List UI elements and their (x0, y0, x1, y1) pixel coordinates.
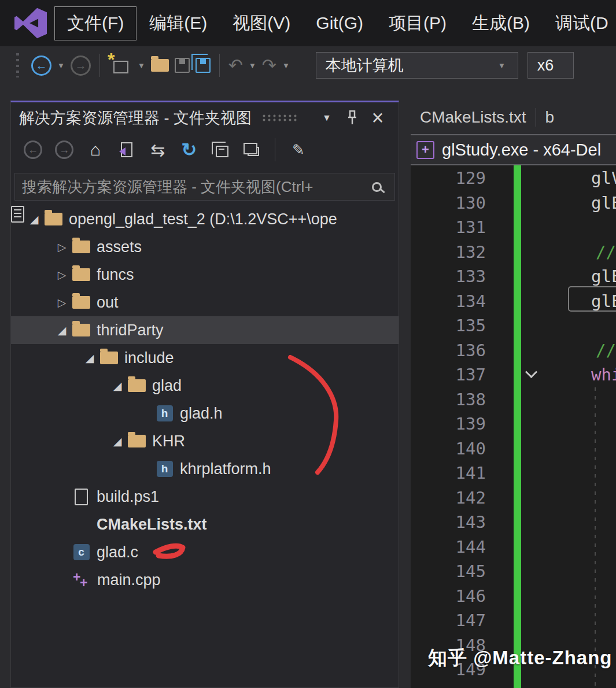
editor-line: 143 (411, 510, 616, 535)
undo-dropdown-icon[interactable]: ▼ (249, 61, 256, 70)
save-all-button[interactable] (193, 49, 213, 82)
line-number[interactable]: 150 (411, 685, 486, 688)
menu-view[interactable]: 视图(V) (220, 6, 303, 40)
line-number[interactable]: 139 (411, 414, 486, 434)
startup-item-label: glStudy.exe - x64-Del (442, 140, 601, 160)
close-panel-button[interactable]: × (365, 105, 390, 131)
navigate-back-button[interactable]: ← (28, 49, 54, 82)
line-number[interactable]: 137 (411, 365, 486, 384)
explorer-forward-button[interactable]: → (50, 136, 78, 164)
expander-icon[interactable]: ◢ (24, 213, 45, 226)
line-number[interactable]: 147 (411, 611, 486, 630)
editor-line: 145 (411, 559, 616, 584)
redo-button[interactable]: ↷ (259, 49, 279, 82)
line-number[interactable]: 135 (411, 316, 486, 335)
tree-item-glad[interactable]: ◢ glad (11, 372, 399, 400)
sync-with-active-document-icon (121, 142, 132, 157)
tree-item-khr[interactable]: ◢ KHR (11, 427, 399, 455)
window-position-button[interactable]: ▼ (314, 105, 340, 131)
debug-target-machine-combo[interactable]: 本地计算机 ▼ (316, 52, 518, 79)
expander-icon[interactable]: ▷ (51, 296, 72, 309)
tree-item-glad-h[interactable]: h glad.h (11, 400, 399, 427)
tree-item-label: glad.c (97, 543, 138, 561)
preview-window-button[interactable] (238, 136, 265, 164)
menu-build[interactable]: 生成(B) (459, 6, 543, 40)
refresh-button[interactable]: ↻ (175, 136, 203, 164)
line-number[interactable]: 133 (411, 267, 486, 286)
solution-explorer-search-input[interactable]: 搜索解决方案资源管理器 - 文件夹视图(Ctrl+ (14, 173, 395, 201)
expander-icon[interactable]: ▷ (51, 241, 72, 254)
tree-item-out[interactable]: ▷ out (11, 288, 399, 316)
platform-combo[interactable]: x6 (528, 52, 574, 79)
expander-icon[interactable]: ◢ (79, 352, 100, 365)
undo-button[interactable]: ↶ (226, 49, 246, 82)
pencil-icon: ✎ (292, 141, 305, 159)
indent-guide (595, 387, 596, 688)
title-drag-grip[interactable] (262, 114, 297, 122)
tree-item-label: khrplatform.h (180, 460, 271, 478)
editor-line: 141 (411, 461, 616, 486)
solution-explorer-toolbar: ← → ⌂ ⇆ ↻ ✎ (11, 134, 399, 166)
tree-item-assets[interactable]: ▷ assets (11, 233, 399, 261)
line-number[interactable]: 141 (411, 463, 486, 483)
open-folder-button[interactable] (148, 49, 172, 82)
tree-item-root-folder[interactable]: ◢ opengl_glad_test_2 (D:\1.2VSC++\ope (11, 205, 399, 233)
tab-cmakelists-txt[interactable]: CMakeLists.txt (411, 108, 536, 127)
tab-next-partial[interactable]: b (536, 108, 564, 127)
expander-icon[interactable]: ▷ (51, 268, 72, 282)
line-number[interactable]: 136 (411, 341, 486, 360)
menu-git[interactable]: Git(G) (303, 8, 376, 38)
line-number[interactable]: 130 (411, 193, 486, 213)
code-editor[interactable]: 129glV 130glE 131 132// 133glE 134glE 13… (411, 165, 616, 688)
new-project-button[interactable]: * (106, 49, 135, 82)
menu-project[interactable]: 项目(P) (376, 6, 459, 40)
tree-item-build-ps1[interactable]: build.ps1 (11, 483, 399, 511)
line-number[interactable]: 143 (411, 512, 486, 532)
explorer-back-button[interactable]: ← (19, 136, 47, 164)
edit-filter-button[interactable]: ✎ (285, 136, 312, 164)
tree-item-main-cpp[interactable]: + + main.cpp (11, 566, 399, 594)
tree-item-thridparty[interactable]: ◢ thridParty (11, 316, 399, 344)
collapse-all-button[interactable] (206, 136, 234, 164)
tree-item-glad-c[interactable]: c glad.c (11, 538, 399, 566)
navigate-forward-button[interactable]: → (68, 49, 94, 82)
sync-with-active-document-button[interactable] (113, 136, 141, 164)
startup-item-bar[interactable]: + glStudy.exe - x64-Del (411, 134, 616, 165)
tree-item-khrplatform-h[interactable]: h khrplatform.h (11, 455, 399, 483)
visual-studio-logo-icon (13, 7, 49, 39)
line-number[interactable]: 134 (411, 291, 486, 311)
save-button[interactable] (172, 49, 193, 82)
line-number[interactable]: 145 (411, 561, 486, 581)
back-dropdown-icon[interactable]: ▼ (57, 61, 65, 70)
redo-dropdown-icon[interactable]: ▼ (282, 61, 290, 70)
toolbar-grip[interactable] (16, 53, 19, 77)
line-number[interactable]: 146 (411, 586, 486, 606)
expander-icon[interactable]: ◢ (107, 435, 128, 448)
solution-explorer-title-bar[interactable]: 解决方案资源管理器 - 文件夹视图 ▼ × (11, 102, 399, 134)
new-project-dropdown-icon[interactable]: ▼ (138, 61, 145, 70)
home-button[interactable]: ⌂ (82, 136, 109, 164)
tree-item-funcs[interactable]: ▷ funcs (11, 261, 399, 288)
tree-item-include[interactable]: ◢ include (11, 344, 399, 372)
forward-icon: → (71, 56, 91, 76)
line-number[interactable]: 142 (411, 488, 486, 508)
tree-item-label: assets (97, 238, 142, 256)
pin-button[interactable] (340, 105, 365, 131)
line-number[interactable]: 138 (411, 390, 486, 409)
text-file-icon (11, 206, 24, 223)
watermark: 知乎 @Matte-Zhang (428, 645, 613, 671)
expander-icon[interactable]: ◢ (107, 379, 128, 393)
switch-views-button[interactable]: ⇆ (144, 136, 172, 164)
line-number[interactable]: 144 (411, 537, 486, 557)
menu-debug[interactable]: 调试(D (543, 6, 616, 40)
menu-edit[interactable]: 编辑(E) (137, 6, 220, 40)
line-number[interactable]: 140 (411, 439, 486, 458)
tree-item-cmakelists-txt[interactable]: CMakeLists.txt (11, 511, 399, 538)
redo-icon: ↷ (262, 57, 276, 74)
line-number[interactable]: 131 (411, 217, 486, 237)
line-number[interactable]: 132 (411, 242, 486, 262)
menu-file[interactable]: 文件(F) (54, 6, 137, 40)
line-number[interactable]: 129 (411, 168, 486, 188)
tree-item-label: CMakeLists.txt (97, 516, 207, 534)
expander-icon[interactable]: ◢ (51, 324, 72, 337)
